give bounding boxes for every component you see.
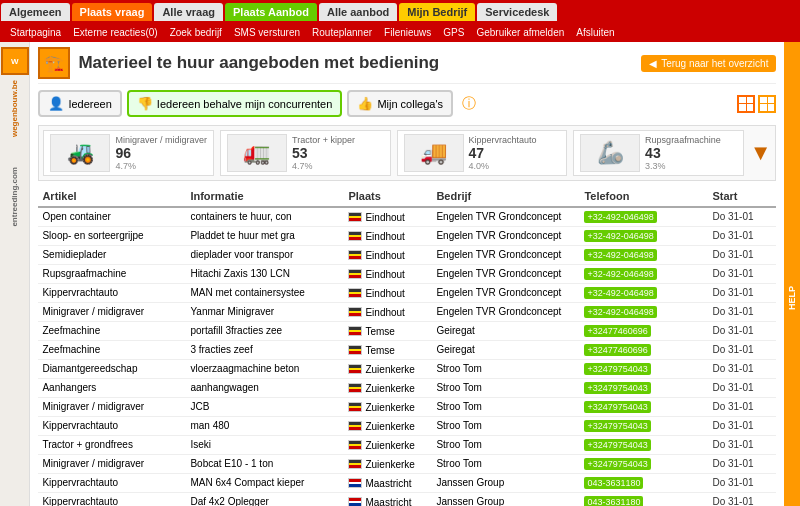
filter-btn-2[interactable]: 👍Mijn collega's (347, 90, 453, 117)
col-plaats: Plaats (344, 188, 432, 204)
table-row[interactable]: Minigraver / midigraver JCB Zuienkerke S… (38, 398, 776, 417)
table-row[interactable]: Minigraver / midigraver Yanmar Minigrave… (38, 303, 776, 322)
top-nav-servicedesk[interactable]: Servicedesk (477, 3, 557, 21)
table-row[interactable]: Tractor + grondfrees Iseki Zuienkerke St… (38, 436, 776, 455)
table-row[interactable]: Kippervrachtauto Daf 4x2 Oplegger Maastr… (38, 493, 776, 506)
help-label[interactable]: HELP (787, 286, 797, 310)
filter-btn-1[interactable]: 👎Iedereen behalve mijn concurrenten (127, 90, 343, 117)
second-nav-zoek-bedrijf[interactable]: Zoek bedrijf (164, 25, 228, 40)
top-nav-plaats-aanbod[interactable]: Plaats Aanbod (225, 3, 317, 21)
table-header: Artikel Informatie Plaats Bedrijf Telefo… (38, 186, 776, 208)
table-row[interactable]: Semidieplader dieplader voor transpor Ei… (38, 246, 776, 265)
table-row[interactable]: Kippervrachtauto MAN met containersystee… (38, 284, 776, 303)
second-nav-startpagina[interactable]: Startpagina (4, 25, 67, 40)
table-body: Open container containers te huur, con E… (38, 208, 776, 506)
table-row[interactable]: Aanhangers aanhangwagen Zuienkerke Stroo… (38, 379, 776, 398)
col-artikel: Artikel (38, 188, 186, 204)
back-button[interactable]: ◀ Terug naar het overzicht (641, 55, 776, 72)
wegenbouw-logo: W (1, 47, 29, 75)
col-telefoon: Telefoon (580, 188, 708, 204)
entree-text: entreeding.com (10, 167, 19, 227)
page-title: Materieel te huur aangeboden met bedieni… (78, 53, 439, 73)
top-nav-plaats-vraag[interactable]: Plaats vraag (72, 3, 153, 21)
table-row[interactable]: Rupsgraafmachine Hitachi Zaxis 130 LCN E… (38, 265, 776, 284)
second-nav-gebruiker-afmelden[interactable]: Gebruiker afmelden (470, 25, 570, 40)
table-row[interactable]: Zeefmachine portafill 3fracties zee Tems… (38, 322, 776, 341)
back-icon: ◀ (649, 58, 657, 69)
table-row[interactable]: Open container containers te huur, con E… (38, 208, 776, 227)
col-bedrijf: Bedrijf (432, 188, 580, 204)
filter-btn-0[interactable]: 👤Iedereen (38, 90, 121, 117)
second-nav-gps[interactable]: GPS (437, 25, 470, 40)
wegenbouw-text: wegenbouw.be (10, 80, 19, 137)
table-row[interactable]: Sloop- en sorteergrijpe Pladdet te huur … (38, 227, 776, 246)
top-navigation: AlgemeenPlaats vraagAlle vraagPlaats Aan… (0, 0, 800, 22)
second-nav-afsluiten[interactable]: Afsluiten (570, 25, 620, 40)
second-navigation: StartpaginaExterne reacties(0)Zoek bedri… (0, 22, 800, 42)
top-nav-alle-aanbod[interactable]: Alle aanbod (319, 3, 397, 21)
info-icon[interactable]: ⓘ (462, 95, 476, 113)
stat-item-2: 🚚 Kippervrachtauto 47 4.0% (397, 130, 568, 176)
second-nav-routeplanner[interactable]: Routeplanner (306, 25, 378, 40)
top-nav-alle-vraag[interactable]: Alle vraag (154, 3, 223, 21)
second-nav-filenieuws[interactable]: Filenieuws (378, 25, 437, 40)
col-start: Start (708, 188, 776, 204)
sort-arrow[interactable]: ▼ (750, 140, 772, 166)
list-view-button[interactable] (758, 95, 776, 113)
table-row[interactable]: Kippervrachtauto MAN 6x4 Compact kieper … (38, 474, 776, 493)
second-nav-sms-versturen[interactable]: SMS versturen (228, 25, 306, 40)
table-row[interactable]: Zeefmachine 3 fracties zeef Temse Geireg… (38, 341, 776, 360)
grid-view-button[interactable] (737, 95, 755, 113)
table-row[interactable]: Minigraver / midigraver Bobcat E10 - 1 t… (38, 455, 776, 474)
stat-item-3: 🦾 Rupsgraafmachine 43 3.3% (573, 130, 744, 176)
top-nav-algemeen[interactable]: Algemeen (1, 3, 70, 21)
top-nav-mijn-bedrijf[interactable]: Mijn Bedrijf (399, 3, 475, 21)
stat-item-0: 🚜 Minigraver / midigraver 96 4.7% (43, 130, 214, 176)
table-row[interactable]: Diamantgereedschap vloerzaagmachine beto… (38, 360, 776, 379)
col-informatie: Informatie (186, 188, 344, 204)
table-row[interactable]: Kippervrachtauto man 480 Zuienkerke Stro… (38, 417, 776, 436)
stat-item-1: 🚛 Tractor + kipper 53 4.7% (220, 130, 391, 176)
page-icon: 🏗️ (38, 47, 70, 79)
back-label: Terug naar het overzicht (661, 58, 768, 69)
second-nav-externe-reacties0[interactable]: Externe reacties(0) (67, 25, 163, 40)
